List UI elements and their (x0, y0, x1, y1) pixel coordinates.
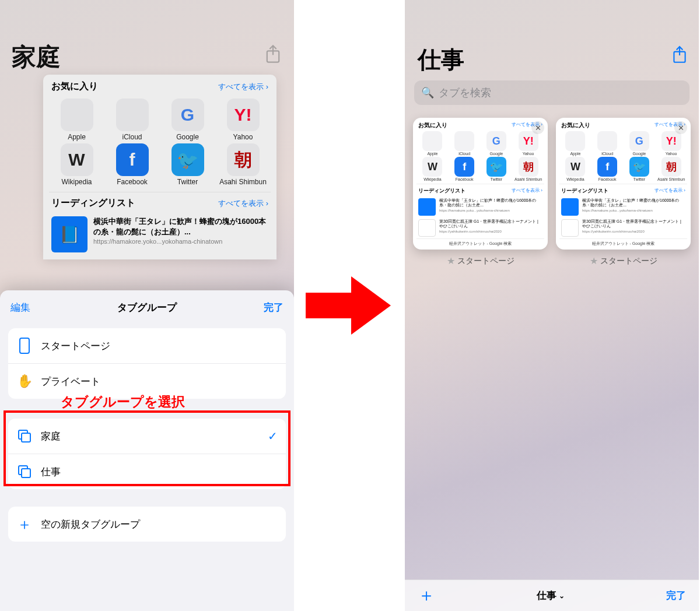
tab-search-input[interactable]: 🔍 タブを検索 (414, 80, 690, 105)
row-start-page[interactable]: スタートページ (8, 328, 286, 363)
page-title-left: 家庭 (12, 41, 61, 73)
group-block-new: ＋ 空の新規タブグループ (8, 507, 286, 542)
transition-arrow (294, 0, 405, 611)
show-all-link[interactable]: すべてを表示 › (218, 82, 268, 92)
show-all-reading-link[interactable]: すべてを表示 › (218, 198, 268, 209)
close-icon[interactable]: ✕ (674, 121, 687, 134)
tab-wrapper: ✕ お気に入りすべてを表示 ›AppleiCloudGGoogleY!Yahoo… (556, 118, 691, 266)
done-button[interactable]: 完了 (666, 589, 686, 602)
favorite-item[interactable]: Apple (49, 99, 104, 141)
reading-list-header: リーディングリスト (51, 197, 135, 209)
star-icon: ★ (447, 255, 455, 266)
new-tab-button[interactable]: ＋ (418, 584, 435, 608)
row-new-empty-group[interactable]: ＋ 空の新規タブグループ (8, 507, 286, 542)
annotation-box (4, 410, 290, 486)
favorites-header: お気に入り (51, 80, 98, 93)
left-dimmed-bg: 家庭 お気に入り すべてを表示 › AppleiCloudGGoogleY!Ya… (0, 0, 294, 297)
tab-caption: ★スタートページ (413, 255, 548, 266)
phone-left: 家庭 お気に入り すべてを表示 › AppleiCloudGGoogleY!Ya… (0, 0, 294, 611)
annotation-text: タブグループを選択 (61, 393, 185, 411)
favorite-item[interactable]: GGoogle (160, 99, 215, 141)
tab-caption: ★スタートページ (556, 255, 691, 266)
start-page-preview: お気に入り すべてを表示 › AppleiCloudGGoogleY!Yahoo… (43, 75, 276, 259)
share-icon[interactable] (672, 45, 687, 64)
tab-group-sheet: 編集 タブグループ 完了 スタートページ ✋ プライベート タブグループを選択 (0, 290, 294, 611)
phone-icon (16, 338, 33, 354)
sheet-title: タブグループ (117, 301, 177, 314)
favorite-item[interactable]: fFacebook (104, 143, 160, 186)
star-icon: ★ (590, 255, 598, 266)
close-icon[interactable]: ✕ (531, 121, 544, 134)
tabs-grid: ✕ お気に入りすべてを表示 ›AppleiCloudGGoogleY!Yahoo… (413, 118, 691, 266)
phone-right: 仕事 🔍 タブを検索 ✕ お気に入りすべてを表示 ›AppleiCloudGGo… (405, 0, 699, 611)
tab-card[interactable]: ✕ お気に入りすべてを表示 ›AppleiCloudGGoogleY!Yahoo… (556, 118, 691, 250)
search-icon: 🔍 (421, 86, 434, 99)
chevron-down-icon: ⌄ (559, 592, 565, 600)
row-label: 空の新規タブグループ (41, 518, 278, 531)
bottom-toolbar: ＋ 仕事⌄ 完了 (405, 580, 699, 611)
reading-thumb-icon: 📘 (51, 216, 88, 252)
tab-wrapper: ✕ お気に入りすべてを表示 ›AppleiCloudGGoogleY!Yahoo… (413, 118, 548, 266)
reading-list-item[interactable]: 📘 横浜中華街「王タレ」に歓声！蜂蜜の塊が16000本の糸・龍の髭に（お土産）.… (49, 213, 271, 259)
arrow-icon (306, 276, 393, 335)
plus-icon: ＋ (16, 516, 33, 532)
row-label: プライベート (41, 375, 278, 388)
done-button[interactable]: 完了 (264, 301, 284, 314)
group-block-system: スタートページ ✋ プライベート (8, 328, 286, 399)
reading-item-url: https://hamakore.yoko...yokohama-chinato… (93, 238, 268, 245)
favorite-item[interactable]: WWikipedia (49, 143, 104, 186)
row-label: スタートページ (41, 339, 278, 353)
favorite-item[interactable]: 朝Asahi Shimbun (215, 143, 271, 186)
share-icon[interactable] (265, 44, 281, 64)
favorite-item[interactable]: Y!Yahoo (215, 99, 271, 141)
reading-item-title: 横浜中華街「王タレ」に歓声！蜂蜜の塊が16000本の糸・龍の髭に（お土産）... (93, 216, 268, 237)
tabgroup-switcher[interactable]: 仕事⌄ (537, 589, 565, 602)
tab-card[interactable]: ✕ お気に入りすべてを表示 ›AppleiCloudGGoogleY!Yahoo… (413, 118, 548, 250)
hand-icon: ✋ (16, 373, 33, 389)
favorite-item[interactable]: iCloud (104, 99, 160, 141)
page-title-right: 仕事 (418, 44, 464, 76)
favorite-item[interactable]: 🐦Twitter (160, 143, 215, 186)
search-placeholder: タブを検索 (439, 86, 491, 100)
svg-rect-1 (20, 338, 29, 353)
edit-button[interactable]: 編集 (10, 301, 30, 314)
